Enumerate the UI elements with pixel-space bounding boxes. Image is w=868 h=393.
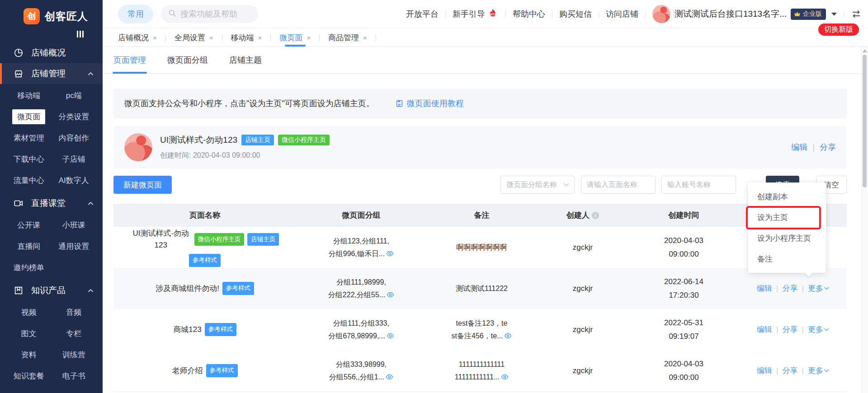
edit-link[interactable]: 编辑 bbox=[757, 324, 772, 335]
sidebar-item-mobile[interactable]: 移动端 bbox=[6, 85, 52, 106]
more-link[interactable]: 更多 bbox=[808, 365, 829, 376]
eye-icon[interactable] bbox=[386, 373, 393, 381]
subtab-page-management[interactable]: 页面管理 bbox=[113, 47, 146, 73]
sidebar-item-open-class[interactable]: 公开课 bbox=[6, 215, 52, 236]
eye-icon[interactable] bbox=[387, 291, 394, 299]
eye-icon[interactable] bbox=[504, 332, 512, 340]
brand-name: 创客匠人 bbox=[45, 9, 88, 23]
close-icon[interactable]: × bbox=[363, 34, 367, 42]
sidebar-item-micro-page[interactable]: 微页面 bbox=[6, 106, 52, 127]
sidebar-item-knowledge-package[interactable]: 知识套餐 bbox=[6, 365, 52, 387]
sidebar-item-article[interactable]: 图文 bbox=[6, 323, 52, 344]
share-link[interactable]: 分享 bbox=[783, 365, 798, 376]
sidebar-item-general-settings[interactable]: 通用设置 bbox=[52, 236, 97, 257]
account-menu[interactable]: 测试测试后台接口1313名字... 企业版 bbox=[652, 5, 837, 23]
sidebar-item-training-camp[interactable]: 训练营 bbox=[52, 344, 97, 365]
homepage-created-time: 创建时间: 2020-04-03 09:00:00 bbox=[160, 151, 330, 160]
eye-icon[interactable] bbox=[386, 250, 394, 257]
page-groups: 分组111,98999, 分组222,分组55... bbox=[328, 278, 386, 299]
sidebar-item-column[interactable]: 专栏 bbox=[52, 323, 97, 344]
scrollbar-thumb[interactable] bbox=[863, 55, 867, 187]
new-micro-page-button[interactable]: 新建微页面 bbox=[113, 176, 172, 194]
sidebar-item-invite-ranking[interactable]: 邀约榜单 bbox=[6, 257, 52, 278]
more-link[interactable]: 更多 bbox=[808, 283, 829, 294]
header-page-name: 页面名称 bbox=[113, 210, 296, 220]
menu-item-create-copy[interactable]: 创建副本 bbox=[748, 186, 826, 207]
sidebar-item-live-class[interactable]: 直播课堂 bbox=[0, 193, 103, 214]
tab-shop-overview[interactable]: 店铺概况× bbox=[118, 28, 157, 47]
vertical-scrollbar[interactable] bbox=[861, 47, 868, 393]
menu-item-set-as-miniprogram-home[interactable]: 设为小程序主页 bbox=[748, 228, 826, 248]
account-name-filter-input[interactable] bbox=[661, 176, 736, 194]
beginner-guide-link[interactable]: 新手引导 HOT bbox=[453, 8, 499, 20]
search-input[interactable] bbox=[180, 9, 248, 19]
sidebar-item-shop-overview[interactable]: 店铺概况 bbox=[0, 42, 103, 63]
page-remark: test备注123，te st备注456，te... bbox=[452, 319, 508, 340]
sidebar-item-category-settings[interactable]: 分类设置 bbox=[52, 106, 97, 127]
sidebar-collapse-icon[interactable] bbox=[77, 29, 84, 39]
tab-product-management[interactable]: 商品管理× bbox=[328, 28, 367, 47]
info-icon[interactable]: i bbox=[592, 212, 599, 219]
help-center-link[interactable]: 帮助中心 bbox=[513, 9, 545, 19]
tutorial-link[interactable]: 微页面使用教程 bbox=[395, 98, 464, 109]
sidebar-item-material-doc[interactable]: 资料 bbox=[6, 344, 52, 365]
subtab-micro-page-groups[interactable]: 微页面分组 bbox=[167, 47, 208, 73]
sidebar-item-video[interactable]: 视频 bbox=[6, 302, 52, 323]
close-icon[interactable]: × bbox=[307, 34, 311, 42]
open-tabs-bar: 店铺概况× 全局设置× 移动端× 微页面× 商品管理× bbox=[103, 28, 868, 47]
buy-sms-link[interactable]: 购买短信 bbox=[559, 9, 592, 19]
close-icon[interactable]: × bbox=[153, 34, 157, 42]
close-icon[interactable]: × bbox=[209, 34, 213, 42]
eye-icon[interactable] bbox=[501, 373, 509, 381]
open-platform-link[interactable]: 开放平台 bbox=[406, 9, 439, 19]
page-created-time: 2022-06-14 17:20:30 bbox=[628, 275, 739, 302]
edit-homepage-link[interactable]: 编辑 bbox=[791, 142, 807, 153]
sidebar-item-traffic-center[interactable]: 流量中心 bbox=[6, 170, 52, 191]
group-filter-select[interactable]: 微页面分组名称 bbox=[500, 176, 575, 194]
menu-item-set-as-homepage[interactable]: 设为主页 bbox=[748, 207, 826, 228]
sidebar-item-live-room[interactable]: 直播间 bbox=[6, 236, 52, 257]
sidebar-item-knowledge-product[interactable]: 知识产品 bbox=[0, 280, 103, 301]
visit-shop-link[interactable]: 访问店铺 bbox=[606, 9, 638, 19]
eye-icon[interactable] bbox=[387, 332, 394, 340]
sidebar-item-content-creation[interactable]: 内容创作 bbox=[52, 127, 97, 149]
sidebar-item-ai-human[interactable]: AI数字人 bbox=[52, 170, 97, 191]
sidebar-item-download-center[interactable]: 下载中心 bbox=[6, 149, 52, 170]
tab-micro-page[interactable]: 微页面× bbox=[279, 28, 311, 47]
page-thumbnail bbox=[124, 133, 152, 161]
quick-access-button[interactable]: 常用 bbox=[118, 5, 153, 23]
account-name: 测试测试后台接口1313名字... bbox=[675, 8, 787, 20]
more-actions-dropdown: 创建副本 设为主页 设为小程序主页 备注 bbox=[748, 182, 826, 273]
sidebar-item-small-class[interactable]: 小班课 bbox=[52, 215, 97, 236]
share-link[interactable]: 分享 bbox=[783, 324, 798, 335]
switch-new-version-badge[interactable]: 切换新版 bbox=[818, 23, 859, 36]
menu-item-remark[interactable]: 备注 bbox=[748, 248, 826, 269]
sidebar-item-audio[interactable]: 音频 bbox=[52, 302, 97, 323]
sidebar-item-material[interactable]: 素材管理 bbox=[6, 127, 52, 149]
info-banner: 微页面支持公众号和小程序，点击"设为主页"可将页面设为店铺主页。 微页面使用教程 bbox=[113, 89, 847, 118]
sidebar-item-sub-shop[interactable]: 子店铺 bbox=[52, 149, 97, 170]
close-icon[interactable]: × bbox=[258, 34, 262, 42]
edit-link[interactable]: 编辑 bbox=[757, 283, 772, 294]
plan-badge: 企业版 bbox=[791, 9, 826, 20]
homepage-card: UI测试样式-勿动123 店铺主页 微信小程序主页 创建时间: 2020-04-… bbox=[113, 126, 847, 168]
subtab-shop-theme[interactable]: 店铺主题 bbox=[229, 47, 262, 73]
sidebar: 创 创客匠人 店铺概况 店铺管理 移动 bbox=[0, 0, 103, 393]
tab-mobile[interactable]: 移动端× bbox=[231, 28, 262, 47]
sidebar-item-pc[interactable]: pc端 bbox=[52, 85, 97, 106]
sidebar-menu: 店铺概况 店铺管理 移动端 pc端 微页面 分类设置 素材管理 内容创作 下载中… bbox=[0, 42, 103, 388]
page-groups: 分组111,分组333, 分组678,98999,... bbox=[328, 319, 389, 340]
share-link[interactable]: 分享 bbox=[783, 283, 798, 294]
switch-layout-icon[interactable] bbox=[851, 9, 862, 19]
edit-link[interactable]: 编辑 bbox=[757, 365, 772, 376]
more-link[interactable]: 更多 bbox=[808, 324, 829, 335]
tab-global-settings[interactable]: 全局设置× bbox=[175, 28, 213, 47]
global-search[interactable] bbox=[161, 5, 258, 23]
sidebar-item-ebook[interactable]: 电子书 bbox=[52, 365, 97, 387]
page-name-filter-input[interactable] bbox=[581, 176, 656, 194]
share-homepage-link[interactable]: 分享 bbox=[820, 142, 836, 153]
scrollbar-up-arrow[interactable] bbox=[863, 49, 867, 52]
page-remark: 测试测试111222 bbox=[456, 285, 508, 292]
sidebar-item-shop-management[interactable]: 店铺管理 bbox=[0, 63, 103, 84]
banner-text: 微页面支持公众号和小程序，点击"设为主页"可将页面设为店铺主页。 bbox=[124, 98, 374, 109]
